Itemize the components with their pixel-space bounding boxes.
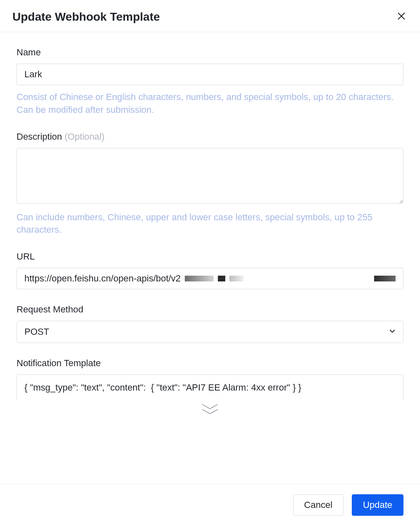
dialog-footer: Cancel Update	[0, 484, 420, 529]
close-icon	[397, 12, 406, 22]
url-field-group: URL https://open.feishu.cn/open-apis/bot…	[17, 251, 403, 289]
template-input[interactable]: { "msg_type": "text", "content": { "text…	[17, 374, 403, 400]
cancel-button[interactable]: Cancel	[293, 494, 344, 516]
name-label: Name	[17, 47, 403, 58]
name-input[interactable]	[17, 64, 403, 85]
method-select[interactable]: POST	[17, 321, 403, 343]
description-input[interactable]	[17, 148, 403, 204]
dialog-body: Name Consist of Chinese or English chara…	[0, 32, 420, 458]
url-input[interactable]: https://open.feishu.cn/open-apis/bot/v2	[17, 268, 403, 289]
template-field-group: Notification Template { "msg_type": "tex…	[17, 358, 403, 417]
double-chevron-down-icon	[201, 403, 219, 417]
name-field-group: Name Consist of Chinese or English chara…	[17, 47, 403, 117]
redacted-segment	[185, 276, 214, 281]
close-button[interactable]	[395, 10, 408, 24]
description-optional-text: (Optional)	[64, 131, 105, 142]
template-label: Notification Template	[17, 358, 403, 369]
description-hint: Can include numbers, Chinese, upper and …	[17, 211, 403, 237]
url-label: URL	[17, 251, 403, 262]
method-select-wrapper: POST	[17, 321, 403, 343]
method-field-group: Request Method POST	[17, 304, 403, 343]
update-button[interactable]: Update	[352, 494, 403, 516]
dialog-title: Update Webhook Template	[12, 10, 160, 24]
description-label: Description (Optional)	[17, 131, 403, 142]
redacted-segment	[229, 276, 243, 281]
redacted-segment	[374, 276, 396, 281]
method-value: POST	[24, 326, 49, 337]
description-label-text: Description	[17, 131, 62, 142]
expand-indicator[interactable]	[17, 400, 403, 417]
dialog-header: Update Webhook Template	[0, 0, 420, 32]
url-value: https://open.feishu.cn/open-apis/bot/v2	[24, 273, 181, 284]
description-field-group: Description (Optional) Can include numbe…	[17, 131, 403, 237]
method-label: Request Method	[17, 304, 403, 315]
redacted-segment	[218, 276, 225, 281]
name-hint: Consist of Chinese or English characters…	[17, 91, 403, 117]
